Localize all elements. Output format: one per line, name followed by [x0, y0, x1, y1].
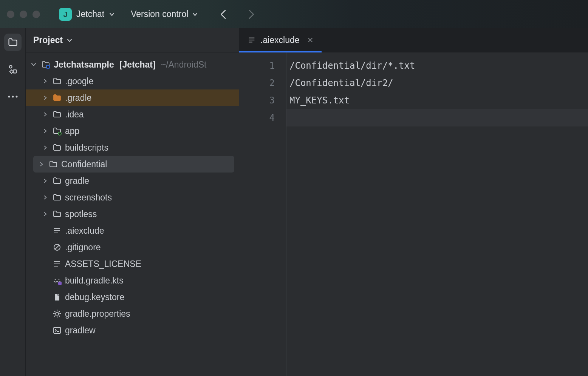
chevron-right-icon[interactable] [41, 79, 49, 84]
chevron-right-icon[interactable] [41, 128, 49, 134]
caret-line-highlight [286, 109, 588, 126]
file-icon [52, 292, 62, 302]
tree-item-label: Confidential [61, 160, 107, 169]
chevron-down-icon [192, 11, 198, 17]
tree-root-name: Jetchatsample [54, 60, 114, 69]
project-name-label: Jetchat [76, 9, 104, 19]
project-pane-title: Project [33, 35, 63, 45]
chevron-down-icon [109, 11, 115, 17]
tree-item[interactable]: .gradle [26, 89, 239, 106]
project-pane: Project Jetchatsample [Jetchat] ~/Androi… [26, 28, 239, 376]
tree-item-label: .gitignore [65, 243, 101, 252]
chevron-right-icon[interactable] [37, 162, 45, 167]
folder-icon [52, 109, 62, 119]
tree-item-label: debug.keystore [65, 293, 124, 302]
chevron-right-icon[interactable] [41, 95, 49, 100]
tree-item[interactable]: debug.keystore [26, 289, 239, 305]
module-root-icon [41, 60, 51, 69]
tree-item-label: ASSETS_LICENSE [65, 260, 141, 268]
tree-item[interactable]: screenshots [26, 189, 239, 206]
tree-item[interactable]: .gitignore [26, 239, 239, 256]
minimize-window-icon[interactable] [20, 11, 27, 18]
chevron-right-icon[interactable] [41, 145, 49, 150]
tree-item[interactable]: .aiexclude [26, 222, 239, 239]
tree-item-label: .idea [65, 110, 84, 119]
tree-item-label: .gradle [65, 94, 91, 102]
ignore-icon [52, 242, 62, 252]
structure-tool-button[interactable] [4, 61, 22, 78]
line-number: 2 [239, 74, 286, 92]
editor-body[interactable]: 1234 /Confidential/dir/*.txt /Confidenti… [239, 52, 588, 376]
terminal-icon [52, 325, 62, 335]
zoom-window-icon[interactable] [32, 11, 40, 18]
tree-item-label: .aiexclude [65, 227, 104, 235]
folder-icon [52, 76, 62, 86]
editor-tab-label: .aiexclude [260, 35, 300, 45]
folder-icon [52, 193, 62, 202]
line-number: 3 [239, 92, 286, 109]
chevron-right-icon[interactable] [41, 178, 49, 183]
module-icon [52, 126, 62, 136]
editor-tabbar: .aiexclude [239, 28, 588, 52]
tree-item-label: gradle.properties [65, 310, 130, 318]
gear-icon [52, 309, 62, 319]
project-tree[interactable]: Jetchatsample [Jetchat] ~/AndroidSt .goo… [26, 52, 239, 346]
tree-root-module: [Jetchat] [119, 60, 156, 69]
tree-item-label: screenshots [65, 193, 112, 202]
chevron-down-icon [67, 37, 73, 43]
tree-item[interactable]: .google [26, 73, 239, 89]
tree-item-label: .google [65, 77, 93, 86]
folder-icon [52, 176, 62, 186]
chevron-right-icon[interactable] [41, 112, 49, 117]
textfile-icon [52, 226, 62, 236]
chevron-down-icon[interactable] [29, 62, 38, 68]
tree-item[interactable]: ASSETS_LICENSE [26, 256, 239, 272]
project-tool-button[interactable] [4, 34, 22, 51]
code-area[interactable]: /Confidential/dir/*.txt /Confidential/di… [286, 52, 588, 376]
tree-item[interactable]: spotless [26, 206, 239, 222]
tree-item[interactable]: buildscripts [26, 139, 239, 156]
textfile-icon [248, 36, 256, 44]
tree-item[interactable]: app [26, 123, 239, 139]
tree-item[interactable]: .idea [26, 106, 239, 123]
tree-item-label: gradle [65, 177, 89, 185]
tree-item-label: app [65, 127, 79, 136]
tree-item[interactable]: Confidential [33, 156, 234, 173]
tree-item[interactable]: gradle.properties [26, 305, 239, 322]
folder-icon [52, 143, 62, 153]
project-letter-icon: J [59, 8, 72, 21]
tree-item[interactable]: build.gradle.kts [26, 272, 239, 289]
chevron-right-icon[interactable] [41, 211, 49, 217]
close-window-icon[interactable] [7, 11, 14, 18]
nav-back-button[interactable] [218, 8, 230, 20]
nav-history [218, 8, 257, 20]
chevron-right-icon[interactable] [41, 195, 49, 200]
tree-root[interactable]: Jetchatsample [Jetchat] ~/AndroidSt [26, 56, 239, 73]
tree-item-label: spotless [65, 210, 97, 219]
svg-point-2 [8, 96, 10, 98]
line-number: 4 [239, 109, 286, 126]
tree-item[interactable]: gradle [26, 173, 239, 189]
tree-item[interactable]: gradlew [26, 322, 239, 339]
textfile-icon [52, 259, 62, 269]
vcs-menu[interactable]: Version control [131, 9, 198, 19]
editor-tab[interactable]: .aiexclude [239, 28, 322, 52]
svg-point-3 [12, 96, 14, 98]
project-pane-header[interactable]: Project [26, 28, 239, 52]
tree-root-path: ~/AndroidSt [161, 60, 207, 69]
project-switcher[interactable]: J Jetchat [56, 6, 118, 23]
window-controls [7, 11, 40, 18]
tree-item-label: build.gradle.kts [65, 276, 124, 285]
left-toolstrip [0, 28, 26, 376]
window-titlebar: J Jetchat Version control [0, 0, 588, 28]
vcs-label: Version control [131, 9, 188, 19]
tree-item-label: buildscripts [65, 143, 108, 152]
svg-rect-5 [46, 65, 50, 68]
svg-rect-1 [13, 70, 16, 73]
svg-point-4 [15, 96, 17, 98]
nav-forward-button[interactable] [245, 8, 257, 20]
svg-point-0 [9, 66, 12, 68]
code-text: /Confidential/dir/*.txt /Confidential/di… [289, 57, 588, 109]
more-tool-button[interactable] [4, 88, 22, 105]
close-tab-icon[interactable] [307, 37, 313, 43]
